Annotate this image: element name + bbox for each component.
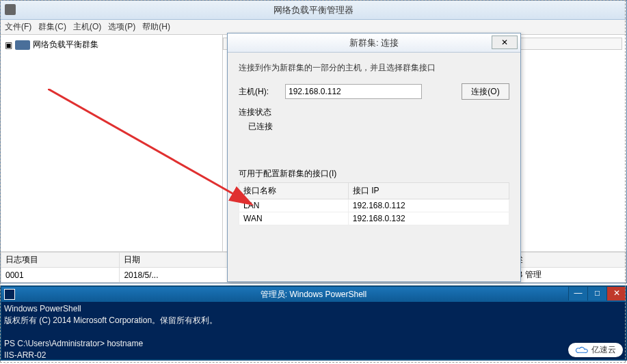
ps-window-buttons: — □ ✕ — [568, 287, 626, 300]
menu-file[interactable]: 文件(F) — [5, 21, 31, 33]
watermark: 亿速云 — [568, 343, 623, 357]
iface-row-wan[interactable]: WAN 192.168.0.132 — [239, 212, 509, 225]
log-id: 0001 — [1, 268, 120, 283]
tree-panel: ▣ 网络负载平衡群集 — [1, 35, 223, 254]
ps-line-4: IIS-ARR-02 — [4, 350, 46, 360]
ps-title: 管理员: Windows PowerShell — [1, 289, 626, 300]
iface-ip-1: 192.168.0.132 — [348, 212, 509, 225]
watermark-text: 亿速云 — [591, 344, 616, 356]
cloud-logo-icon — [575, 346, 589, 355]
iface-name-0: LAN — [239, 199, 349, 212]
ps-maximize-button[interactable]: □ — [587, 287, 606, 300]
app-icon — [5, 4, 16, 15]
host-input[interactable] — [285, 84, 422, 99]
iface-ip-0: 192.168.0.112 — [348, 199, 509, 212]
ps-close-button[interactable]: ✕ — [606, 287, 626, 300]
ps-icon — [4, 289, 15, 300]
dialog-titlebar[interactable]: 新群集: 连接 ✕ — [228, 33, 520, 53]
ps-minimize-button[interactable]: — — [568, 287, 587, 300]
dialog-body: 连接到作为新群集的一部分的主机，并且选择群集接口 主机(H): 连接(O) 连接… — [228, 53, 520, 235]
iface-section-label: 可用于配置新群集的接口(I) — [239, 168, 509, 180]
ps-line-3: PS C:\Users\Administrator> hostname — [4, 339, 143, 348]
tree-root-item[interactable]: ▣ 网络负载平衡群集 — [3, 38, 219, 52]
main-titlebar: 网络负载平衡管理器 — [1, 1, 626, 20]
log-h-id[interactable]: 日志项目 — [1, 253, 120, 268]
menu-host[interactable]: 主机(O) — [73, 21, 101, 33]
ps-line-1: 版权所有 (C) 2014 Microsoft Corporation。保留所有… — [4, 316, 217, 325]
menu-help[interactable]: 帮助(H) — [142, 21, 170, 33]
menu-options[interactable]: 选项(P) — [108, 21, 135, 33]
host-row: 主机(H): 连接(O) — [239, 83, 509, 100]
cluster-icon — [15, 40, 30, 50]
close-icon: ✕ — [501, 38, 508, 47]
dialog-close-button[interactable]: ✕ — [492, 36, 518, 49]
new-cluster-connect-dialog: 新群集: 连接 ✕ 连接到作为新群集的一部分的主机，并且选择群集接口 主机(H)… — [227, 33, 521, 282]
main-title: 网络负载平衡管理器 — [274, 4, 353, 16]
log-h-date[interactable]: 日期 — [120, 253, 242, 268]
interface-table[interactable]: 接口名称 接口 IP LAN 192.168.0.112 WAN 192.168… — [239, 182, 509, 225]
conn-status-value: 已连接 — [248, 121, 509, 132]
dialog-title: 新群集: 连接 — [349, 37, 399, 49]
powershell-window: 管理员: Windows PowerShell — □ ✕ Windows Po… — [0, 285, 627, 361]
connect-button[interactable]: 连接(O) — [462, 83, 509, 100]
dialog-instruction: 连接到作为新群集的一部分的主机，并且选择群集接口 — [239, 62, 509, 74]
iface-h-ip[interactable]: 接口 IP — [348, 183, 509, 199]
iface-h-name[interactable]: 接口名称 — [239, 183, 349, 199]
tree-root-label: 网络负载平衡群集 — [33, 39, 98, 51]
log-date: 2018/5/... — [120, 268, 242, 283]
menu-cluster[interactable]: 群集(C) — [38, 21, 66, 33]
host-label: 主机(H): — [239, 86, 280, 98]
iface-name-1: WAN — [239, 212, 349, 225]
iface-row-lan[interactable]: LAN 192.168.0.112 — [239, 199, 509, 212]
ps-line-0: Windows PowerShell — [4, 304, 81, 313]
ps-titlebar[interactable]: 管理员: Windows PowerShell — □ ✕ — [1, 287, 626, 302]
conn-status-label: 连接状态 — [239, 107, 509, 118]
ps-terminal[interactable]: Windows PowerShell 版权所有 (C) 2014 Microso… — [1, 302, 626, 364]
tree-expand-icon[interactable]: ▣ — [5, 40, 12, 50]
